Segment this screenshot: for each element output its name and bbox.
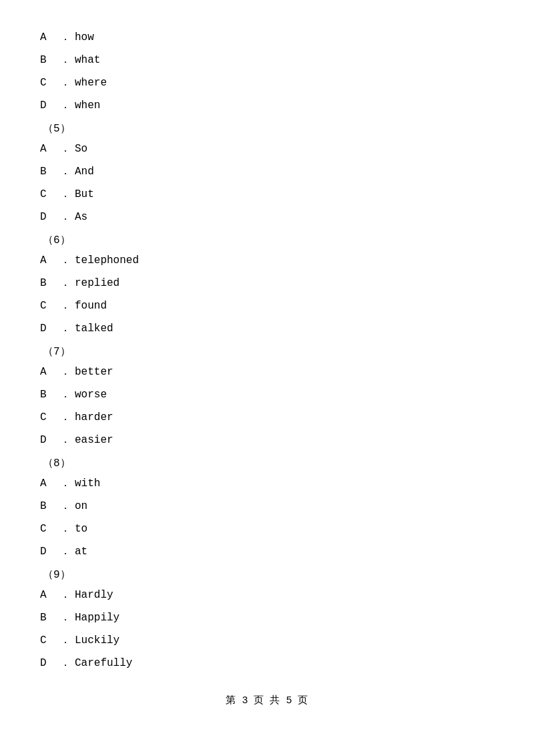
option-label: D (40, 95, 60, 116)
option-1-0: A．So (40, 138, 494, 160)
option-dot: ． (60, 138, 71, 160)
option-3-0: A．better (40, 361, 494, 383)
option-0-0: A．how (40, 27, 494, 48)
option-label: C (40, 407, 60, 428)
option-0-2: C．where (40, 72, 494, 93)
option-text: As (75, 206, 87, 228)
option-5-0: A．Hardly (40, 584, 494, 606)
option-text: on (75, 496, 87, 517)
option-0-3: D．when (40, 95, 494, 116)
option-dot: ． (60, 541, 71, 562)
option-text: harder (75, 407, 113, 428)
option-2-1: B．replied (40, 272, 494, 294)
option-dot: ． (60, 318, 71, 339)
option-label: A (40, 584, 60, 606)
section-number-4: （8） (40, 456, 494, 470)
option-label: C (40, 72, 60, 93)
option-label: C (40, 518, 60, 540)
option-dot: ． (60, 652, 71, 674)
option-dot: ． (60, 407, 71, 428)
option-text: And (75, 161, 94, 182)
option-1-3: D．As (40, 206, 494, 228)
option-text: how (75, 27, 94, 48)
option-4-0: A．with (40, 473, 494, 494)
section-number-5: （9） (40, 568, 494, 582)
option-dot: ． (60, 184, 71, 205)
option-text: found (75, 295, 107, 317)
option-dot: ． (60, 473, 71, 494)
option-dot: ． (60, 161, 71, 182)
option-dot: ． (60, 496, 71, 517)
option-text: what (75, 49, 100, 71)
option-text: So (75, 138, 87, 160)
option-dot: ． (60, 27, 71, 48)
option-text: Hardly (75, 584, 113, 606)
option-text: when (75, 95, 100, 116)
option-0-1: B．what (40, 49, 494, 71)
option-text: with (75, 473, 100, 494)
option-1-1: B．And (40, 161, 494, 182)
option-text: But (75, 184, 94, 205)
option-dot: ． (60, 250, 71, 271)
option-dot: ． (60, 95, 71, 116)
option-label: D (40, 318, 60, 339)
option-4-1: B．on (40, 496, 494, 517)
option-dot: ． (60, 272, 71, 294)
option-dot: ． (60, 72, 71, 93)
option-text: Luckily (75, 630, 119, 651)
option-text: better (75, 361, 113, 383)
content-area: A．howB．whatC．whereD．when（5）A．SoB．AndC．Bu… (40, 27, 494, 707)
option-text: telephoned (75, 250, 139, 271)
option-label: A (40, 138, 60, 160)
option-dot: ． (60, 607, 71, 628)
option-label: A (40, 250, 60, 271)
option-5-3: D．Carefully (40, 652, 494, 674)
option-label: C (40, 184, 60, 205)
option-label: B (40, 161, 60, 182)
option-dot: ． (60, 518, 71, 540)
option-dot: ． (60, 295, 71, 317)
option-text: Carefully (75, 652, 132, 674)
section-number-2: （6） (40, 233, 494, 247)
option-text: easier (75, 429, 113, 451)
option-5-2: C．Luckily (40, 630, 494, 651)
option-3-2: C．harder (40, 407, 494, 428)
option-dot: ． (60, 630, 71, 651)
option-2-3: D．talked (40, 318, 494, 339)
section-number-1: （5） (40, 122, 494, 136)
option-text: replied (75, 272, 119, 294)
option-dot: ． (60, 384, 71, 405)
option-label: B (40, 496, 60, 517)
option-label: C (40, 295, 60, 317)
option-text: worse (75, 384, 107, 405)
option-label: A (40, 27, 60, 48)
option-5-1: B．Happily (40, 607, 494, 628)
option-label: B (40, 272, 60, 294)
option-text: talked (75, 318, 113, 339)
option-label: B (40, 49, 60, 71)
page-footer: 第 3 页 共 5 页 (40, 694, 494, 707)
option-text: at (75, 541, 87, 562)
option-2-0: A．telephoned (40, 250, 494, 271)
option-label: B (40, 607, 60, 628)
option-label: C (40, 630, 60, 651)
section-number-3: （7） (40, 345, 494, 359)
option-label: B (40, 384, 60, 405)
option-2-2: C．found (40, 295, 494, 317)
option-text: where (75, 72, 107, 93)
option-dot: ． (60, 206, 71, 228)
option-label: D (40, 652, 60, 674)
option-4-3: D．at (40, 541, 494, 562)
option-dot: ． (60, 49, 71, 71)
option-1-2: C．But (40, 184, 494, 205)
option-dot: ． (60, 584, 71, 606)
option-label: D (40, 429, 60, 451)
option-text: Happily (75, 607, 119, 628)
option-text: to (75, 518, 87, 540)
option-dot: ． (60, 429, 71, 451)
option-3-3: D．easier (40, 429, 494, 451)
option-label: A (40, 473, 60, 494)
option-3-1: B．worse (40, 384, 494, 405)
option-label: D (40, 541, 60, 562)
option-label: A (40, 361, 60, 383)
